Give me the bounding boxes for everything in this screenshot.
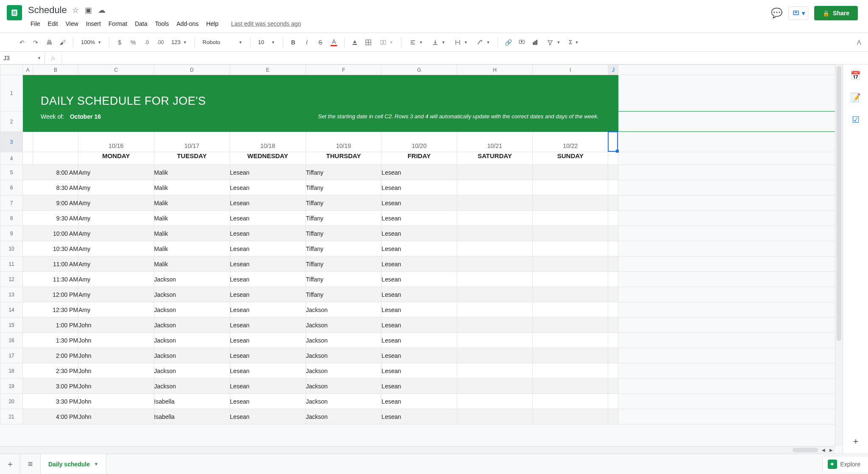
cell-r13-c3[interactable]: Tiffany xyxy=(306,287,381,302)
cell-r10-c2[interactable]: Lesean xyxy=(230,241,306,257)
cell-r5-c3[interactable]: Tiffany xyxy=(306,165,381,180)
cell-r7-c3[interactable]: Tiffany xyxy=(306,195,381,211)
cell-r18-c1[interactable]: Jackson xyxy=(154,363,230,379)
move-icon[interactable]: ▣ xyxy=(85,6,92,14)
row-header-14[interactable]: 14 xyxy=(0,302,23,318)
spreadsheet-grid[interactable]: ABCDEFGHIJ1DAILY SCHEDULE FOR JOE'S2Week… xyxy=(0,64,843,424)
row-header-20[interactable]: 20 xyxy=(0,394,23,409)
row-header-2[interactable]: 2 xyxy=(0,112,23,132)
cell-J3[interactable] xyxy=(608,132,618,152)
cell-r6-c4[interactable]: Lesean xyxy=(381,180,457,195)
cell-r19-c2[interactable]: Lesean xyxy=(230,379,306,394)
insert-comment-button[interactable]: + xyxy=(516,36,528,48)
cell-r10-c0[interactable]: Amy xyxy=(78,241,154,257)
cell-r5-c0[interactable]: Amy xyxy=(78,165,154,180)
cell-r16-c0[interactable]: John xyxy=(78,333,154,348)
day-2[interactable]: WEDNESDAY xyxy=(230,152,306,165)
cell-r12-c2[interactable]: Lesean xyxy=(230,272,306,287)
cell-r21-c0[interactable]: John xyxy=(78,409,154,424)
col-header-H[interactable]: H xyxy=(457,65,533,75)
bold-button[interactable]: B xyxy=(287,36,299,48)
row-header-7[interactable]: 7 xyxy=(0,195,23,211)
cell-r6-c3[interactable]: Tiffany xyxy=(306,180,381,195)
zoom-select[interactable]: 100%▼ xyxy=(78,36,105,48)
col-header-A[interactable]: A xyxy=(23,65,33,75)
comments-icon[interactable]: 💬 xyxy=(771,8,782,19)
cell-r9-c1[interactable]: Malik xyxy=(154,226,230,241)
functions-button[interactable]: Σ▼ xyxy=(565,36,582,48)
cell-r9-c4[interactable]: Lesean xyxy=(381,226,457,241)
time-7[interactable]: 9:00 AM xyxy=(23,195,78,211)
cell-r14-c2[interactable]: Lesean xyxy=(230,302,306,318)
cell-r5-c2[interactable]: Lesean xyxy=(230,165,306,180)
cell-r12-c5[interactable] xyxy=(457,272,533,287)
cell-r14-c5[interactable] xyxy=(457,302,533,318)
cell-r7-c1[interactable]: Malik xyxy=(154,195,230,211)
collapse-toolbar-button[interactable]: ᐱ xyxy=(857,39,864,46)
time-19[interactable]: 3:00 PM xyxy=(23,379,78,394)
cell-r6-c6[interactable] xyxy=(533,180,608,195)
cell-r20-c4[interactable]: Lesean xyxy=(381,394,457,409)
cell-r19-c1[interactable]: Jackson xyxy=(154,379,230,394)
cell-r18-c4[interactable]: Lesean xyxy=(381,363,457,379)
text-rotation-button[interactable]: ▼ xyxy=(473,36,493,48)
cell-r16-c2[interactable]: Lesean xyxy=(230,333,306,348)
row-header-13[interactable]: 13 xyxy=(0,287,23,302)
time-8[interactable]: 9:30 AM xyxy=(23,211,78,226)
menu-edit[interactable]: Edit xyxy=(45,19,61,29)
time-20[interactable]: 3:30 PM xyxy=(23,394,78,409)
cell-r11-c5[interactable] xyxy=(457,257,533,272)
cell-r10-c3[interactable]: Tiffany xyxy=(306,241,381,257)
cell-r19-c4[interactable]: Lesean xyxy=(381,379,457,394)
sheet-tab-active[interactable]: Daily schedule ▼ xyxy=(41,454,106,474)
row-header-6[interactable]: 6 xyxy=(0,180,23,195)
time-9[interactable]: 10:00 AM xyxy=(23,226,78,241)
insert-chart-button[interactable] xyxy=(529,36,541,48)
menu-insert[interactable]: Insert xyxy=(83,19,104,29)
cell-r8-c5[interactable] xyxy=(457,211,533,226)
cell-r14-c4[interactable]: Lesean xyxy=(381,302,457,318)
menu-help[interactable]: Help xyxy=(203,19,222,29)
cell-r9-c6[interactable] xyxy=(533,226,608,241)
cell-r20-c3[interactable]: Jackson xyxy=(306,394,381,409)
cell-r15-c0[interactable]: John xyxy=(78,318,154,333)
cell-r8-c1[interactable]: Malik xyxy=(154,211,230,226)
cell-r9-c3[interactable]: Tiffany xyxy=(306,226,381,241)
col-header-I[interactable]: I xyxy=(533,65,608,75)
cell-r5-c1[interactable]: Malik xyxy=(154,165,230,180)
cell-r15-c4[interactable]: Lesean xyxy=(381,318,457,333)
col-header-J[interactable]: J xyxy=(608,65,618,75)
formula-input[interactable] xyxy=(62,52,868,64)
insert-link-button[interactable]: 🔗 xyxy=(502,36,514,48)
cell-r11-c2[interactable]: Lesean xyxy=(230,257,306,272)
cell-r17-c4[interactable]: Lesean xyxy=(381,348,457,363)
cell-r20-c6[interactable] xyxy=(533,394,608,409)
cell-r11-c6[interactable] xyxy=(533,257,608,272)
cell-r13-c6[interactable] xyxy=(533,287,608,302)
cell-r7-c5[interactable] xyxy=(457,195,533,211)
menu-format[interactable]: Format xyxy=(105,19,131,29)
cell-r5-c5[interactable] xyxy=(457,165,533,180)
cell-r16-c3[interactable]: Jackson xyxy=(306,333,381,348)
cell-r18-c5[interactable] xyxy=(457,363,533,379)
menu-view[interactable]: View xyxy=(62,19,82,29)
time-13[interactable]: 12:00 PM xyxy=(23,287,78,302)
day-4[interactable]: FRIDAY xyxy=(381,152,457,165)
last-edit-link[interactable]: Last edit was seconds ago xyxy=(231,20,301,27)
cell-r14-c3[interactable]: Jackson xyxy=(306,302,381,318)
cell-r6-c5[interactable] xyxy=(457,180,533,195)
cell-r20-c5[interactable] xyxy=(457,394,533,409)
cell-r5-c4[interactable]: Lesean xyxy=(381,165,457,180)
cell-r19-c5[interactable] xyxy=(457,379,533,394)
cell-r21-c4[interactable]: Lesean xyxy=(381,409,457,424)
row-header-19[interactable]: 19 xyxy=(0,379,23,394)
cell-r15-c3[interactable]: Jackson xyxy=(306,318,381,333)
day-1[interactable]: TUESDAY xyxy=(154,152,230,165)
cell-r18-c2[interactable]: Lesean xyxy=(230,363,306,379)
cell-r13-c1[interactable]: Jackson xyxy=(154,287,230,302)
menu-add-ons[interactable]: Add-ons xyxy=(173,19,202,29)
date-5[interactable]: 10/21 xyxy=(457,132,533,152)
format-currency-button[interactable]: $ xyxy=(114,36,125,48)
cell-r11-c0[interactable]: Amy xyxy=(78,257,154,272)
explore-button[interactable]: ✦ Explore xyxy=(822,456,868,472)
